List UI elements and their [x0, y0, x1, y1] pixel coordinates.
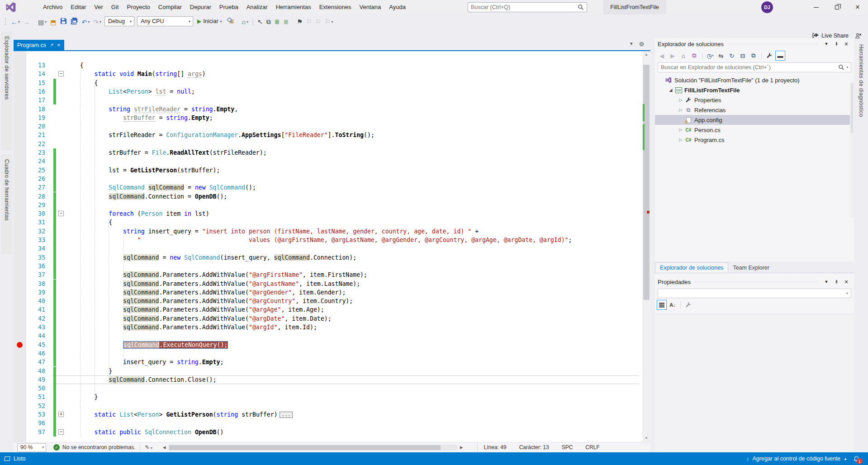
switch-views-icon[interactable]: ⧉ [689, 51, 699, 61]
save-icon[interactable] [59, 15, 68, 26]
menu-prueba[interactable]: Prueba [215, 0, 242, 14]
start-debugging-button[interactable]: ▶Iniciar▾ [197, 18, 222, 24]
code-line-43[interactable]: 43 sqlCommand.Parameters.AddWithValue("@… [14, 323, 642, 332]
attach-to-process-icon[interactable]: ↖ [256, 16, 264, 27]
code-line-40[interactable]: 40 sqlCommand.Parameters.AddWithValue("@… [14, 297, 642, 305]
menu-archivo[interactable]: Archivo [39, 0, 66, 14]
code-line-22[interactable]: 22 [14, 140, 642, 148]
menu-ventana[interactable]: Ventana [356, 0, 385, 14]
previous-bookmark-icon[interactable]: ⚐ [305, 16, 313, 27]
collapse-all-icon[interactable]: ⊟ [738, 51, 748, 61]
code-line-50[interactable]: 50 [14, 384, 642, 393]
scrollbar-thumb[interactable] [169, 445, 441, 450]
scroll-left-icon[interactable]: ◀ [161, 445, 168, 450]
pin-icon[interactable] [831, 39, 841, 49]
fold-collapse-icon[interactable]: − [58, 211, 64, 216]
code-line-44[interactable]: 44 [14, 332, 642, 340]
code-line-39[interactable]: 39 sqlCommand.Parameters.AddWithValue("@… [14, 288, 642, 297]
solution-explorer-titlebar[interactable]: Explorador de soluciones ▼ × [655, 38, 854, 50]
vertical-scrollbar[interactable]: ▲ ▼ [642, 51, 650, 442]
fold-collapse-icon[interactable]: − [58, 429, 64, 435]
tab-solution-explorer[interactable]: Explorador de soluciones [655, 262, 728, 273]
tree-item-properties[interactable]: ▷Properties [655, 95, 854, 105]
fold-expand-icon[interactable]: + [58, 412, 64, 417]
code-line-42[interactable]: 42 sqlCommand.Parameters.AddWithValue("@… [14, 314, 642, 323]
tree-item-referencias[interactable]: ▷⧉Referencias [655, 105, 854, 115]
problems-status[interactable]: No se encontraron problemas. [62, 444, 135, 451]
code-line-17[interactable]: 17 [14, 96, 642, 104]
refresh-icon[interactable]: ↻ [727, 51, 737, 61]
close-tab-icon[interactable]: × [57, 42, 61, 48]
close-icon[interactable]: × [841, 39, 851, 49]
code-line-14[interactable]: 14− static void Main(string[] args) [14, 70, 642, 78]
code-line-52[interactable]: 52 [14, 402, 642, 410]
code-line-31[interactable]: 31 { [14, 218, 642, 227]
code-editor[interactable]: 13 {14− static void Main(string[] args)1… [14, 61, 642, 437]
navigate-forward-icon[interactable]: → [22, 17, 31, 28]
menu-ver[interactable]: Ver [90, 0, 107, 14]
save-all-icon[interactable] [69, 15, 80, 26]
menu-extensiones[interactable]: Extensiones [315, 0, 356, 14]
close-button[interactable]: × [847, 0, 868, 14]
tree-item-filllistfromtextfile[interactable]: ◢C#FillListFromTextFile [655, 85, 854, 95]
property-pages-icon[interactable] [683, 300, 693, 310]
home-icon[interactable]: ⌂ [678, 51, 688, 61]
notifications-button[interactable]: 1 [852, 454, 861, 463]
char-indicator[interactable]: Carácter: 13 [513, 444, 555, 451]
code-line-49[interactable]: 49 sqlCommand.Connection.Close(); [14, 375, 642, 384]
code-line-23[interactable]: 23 strBuffer = File.ReadAllText(strFileR… [14, 148, 642, 157]
new-project-icon[interactable]: ▤▾ [37, 17, 48, 28]
menu-git[interactable]: Git [107, 0, 123, 14]
tree-scrollbar[interactable] [850, 81, 854, 217]
code-line-46[interactable]: 46 [14, 349, 642, 358]
quick-search-input[interactable]: Buscar (Ctrl+Q) [468, 2, 587, 12]
code-line-41[interactable]: 41 sqlCommand.Parameters.AddWithValue("@… [14, 305, 642, 314]
scrollbar-thumb[interactable] [643, 65, 650, 300]
chevron-down-icon[interactable]: ▼ [821, 39, 831, 49]
restore-button[interactable] [826, 0, 847, 14]
properties-wrench-icon[interactable] [764, 51, 774, 61]
scroll-right-icon[interactable]: ▶ [458, 445, 465, 450]
code-line-38[interactable]: 38 sqlCommand.Parameters.AddWithValue("@… [14, 280, 642, 288]
horizontal-scrollbar[interactable]: ◀ ▶ [161, 445, 465, 451]
tree-item-soluci-n-filllistfromtextfile-1-de-1-proyecto[interactable]: Solución "FillListFromTextFile" (1 de 1 … [655, 75, 854, 85]
scroll-up-icon[interactable]: ▲ [642, 51, 650, 58]
code-line-34[interactable]: 34 [14, 244, 642, 253]
code-line-27[interactable]: 27 SqlCommand sqlCommand = new SqlComman… [14, 183, 642, 192]
pin-icon[interactable]: 📌︎ [49, 43, 54, 47]
menu-editar[interactable]: Editar [66, 0, 90, 14]
undo-icon[interactable]: ↶▾ [81, 17, 91, 28]
zoom-dropdown[interactable]: 90 %▾ [17, 443, 46, 452]
tree-item-program-cs[interactable]: ▷C#Program.cs [655, 135, 854, 145]
menu-proyecto[interactable]: Proyecto [123, 0, 154, 14]
fold-collapse-icon[interactable]: − [58, 71, 64, 76]
menu-analizar[interactable]: Analizar [242, 0, 272, 14]
collapsed-arrow-icon[interactable]: ▷ [678, 98, 684, 102]
collapsed-arrow-icon[interactable]: ▷ [678, 128, 684, 132]
breakpoint-indicator[interactable] [17, 342, 23, 348]
scroll-down-icon[interactable]: ▼ [642, 435, 650, 442]
code-line-16[interactable]: 16 List<Person> lst = null; [14, 87, 642, 96]
navigate-back-icon[interactable]: ←▾ [9, 17, 21, 28]
indent-increase-icon[interactable]: ≣ [282, 16, 290, 27]
code-line-18[interactable]: 18 string strFileReader = string.Empty, [14, 105, 642, 114]
startup-home-icon[interactable]: ⌂▾ [241, 16, 250, 27]
gear-icon[interactable]: ⚙ [639, 41, 645, 47]
avatar[interactable]: DJ [761, 1, 773, 13]
collapsed-arrow-icon[interactable]: ▷ [678, 138, 684, 142]
code-line-29[interactable]: 29 [14, 201, 642, 209]
sidebar-tab-server-explorer[interactable]: Explorador de servidores [1, 32, 12, 150]
code-cleanup-icon[interactable]: ✎ ▾ [145, 444, 152, 451]
show-all-files-icon[interactable]: ⧉ [749, 51, 759, 61]
code-line-19[interactable]: 19 strBuffer = string.Empty; [14, 114, 642, 122]
bookmark-icon[interactable]: ⚑ [295, 16, 304, 27]
document-dropdown-icon[interactable]: ▾ [630, 41, 633, 47]
code-line-13[interactable]: 13 { [14, 61, 642, 70]
code-line-36[interactable]: 36 [14, 262, 642, 270]
line-indicator[interactable]: Línea: 49 [478, 444, 513, 451]
code-line-33[interactable]: 33 " values (@argFirstName, @argLastName… [14, 236, 642, 244]
code-line-37[interactable]: 37 sqlCommand.Parameters.AddWithValue("@… [14, 270, 642, 279]
back-icon[interactable]: ◀ [657, 51, 667, 61]
code-line-20[interactable]: 20 [14, 122, 642, 131]
sidebar-tab-toolbox[interactable]: Cuadro de herramientas [1, 155, 12, 254]
